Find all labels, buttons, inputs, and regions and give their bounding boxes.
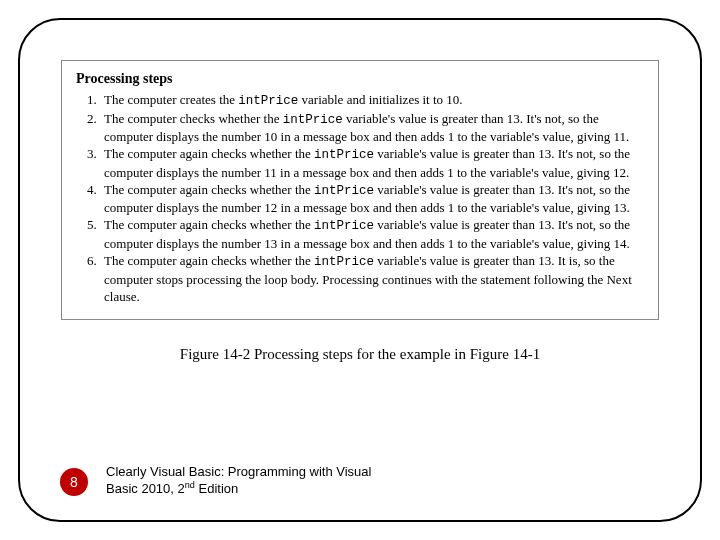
code-token: intPrice bbox=[283, 113, 343, 127]
step-text: variable and initializes it to 10. bbox=[298, 92, 462, 107]
slide-frame: Processing steps The computer creates th… bbox=[18, 18, 702, 522]
step-text: The computer again checks whether the bbox=[104, 146, 314, 161]
step-6: The computer again checks whether the in… bbox=[100, 252, 644, 305]
step-text: The computer again checks whether the bbox=[104, 253, 314, 268]
step-2: The computer checks whether the intPrice… bbox=[100, 110, 644, 146]
code-token: intPrice bbox=[314, 148, 374, 162]
step-text: The computer creates the bbox=[104, 92, 238, 107]
book-ref-line2-post: Edition bbox=[195, 482, 238, 497]
processing-steps-heading: Processing steps bbox=[76, 71, 644, 87]
page-number-badge: 8 bbox=[60, 468, 88, 496]
code-token: intPrice bbox=[314, 255, 374, 269]
step-text: The computer again checks whether the bbox=[104, 217, 314, 232]
processing-steps-list: The computer creates the intPrice variab… bbox=[76, 91, 644, 305]
step-text: The computer again checks whether the bbox=[104, 182, 314, 197]
slide-footer: 8 Clearly Visual Basic: Programming with… bbox=[20, 460, 700, 496]
step-text: The computer checks whether the bbox=[104, 111, 283, 126]
step-3: The computer again checks whether the in… bbox=[100, 145, 644, 181]
book-ref-line2-pre: Basic 2010, 2 bbox=[106, 482, 185, 497]
step-1: The computer creates the intPrice variab… bbox=[100, 91, 644, 110]
figure-caption: Figure 14-2 Processing steps for the exa… bbox=[50, 346, 670, 363]
step-4: The computer again checks whether the in… bbox=[100, 181, 644, 217]
book-ref-line1: Clearly Visual Basic: Programming with V… bbox=[106, 464, 371, 479]
slide: Processing steps The computer creates th… bbox=[0, 0, 720, 540]
code-token: intPrice bbox=[314, 184, 374, 198]
code-token: intPrice bbox=[238, 94, 298, 108]
processing-steps-box: Processing steps The computer creates th… bbox=[61, 60, 659, 320]
code-token: intPrice bbox=[314, 219, 374, 233]
book-ref-ordinal: nd bbox=[185, 480, 195, 490]
book-reference: Clearly Visual Basic: Programming with V… bbox=[106, 464, 426, 498]
step-5: The computer again checks whether the in… bbox=[100, 216, 644, 252]
